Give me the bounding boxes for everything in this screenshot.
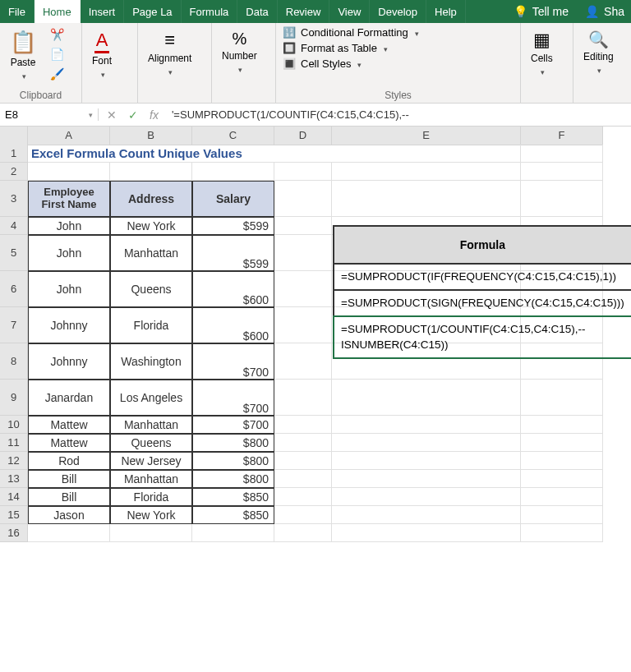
format-as-table-button[interactable]: 🔲Format as Table xyxy=(283,42,514,54)
empty-cell[interactable] xyxy=(274,307,332,343)
tab-developer[interactable]: Develop xyxy=(370,0,426,23)
empty-cell[interactable] xyxy=(274,380,332,416)
empty-cell[interactable] xyxy=(274,416,332,434)
row-header[interactable]: 8 xyxy=(0,343,28,380)
select-all-corner[interactable] xyxy=(0,127,28,145)
employee-name-cell[interactable]: Johnny xyxy=(28,343,110,380)
paste-button[interactable]: 📋 Paste xyxy=(7,26,39,85)
empty-cell[interactable] xyxy=(110,524,192,542)
salary-cell[interactable]: $600 xyxy=(192,271,274,307)
empty-cell[interactable] xyxy=(110,163,192,181)
empty-cell[interactable] xyxy=(332,488,521,506)
tab-data[interactable]: Data xyxy=(237,0,277,23)
employee-name-cell[interactable]: Bill xyxy=(28,488,110,506)
empty-cell[interactable] xyxy=(28,524,110,542)
address-cell[interactable]: Washington xyxy=(110,343,192,380)
empty-cell[interactable] xyxy=(521,452,603,470)
salary-cell[interactable]: $599 xyxy=(192,235,274,271)
fx-icon[interactable]: fx xyxy=(150,108,159,122)
empty-cell[interactable] xyxy=(274,452,332,470)
tab-insert[interactable]: Insert xyxy=(81,0,125,23)
row-header[interactable]: 3 xyxy=(0,181,28,217)
name-box-dropdown[interactable]: ▾ xyxy=(89,111,93,119)
empty-cell[interactable] xyxy=(332,524,521,542)
empty-cell[interactable] xyxy=(521,145,603,163)
row-header[interactable]: 7 xyxy=(0,307,28,343)
header-employee[interactable]: Employee First Name xyxy=(28,181,110,217)
number-dropdown[interactable] xyxy=(237,63,242,75)
salary-cell[interactable]: $600 xyxy=(192,307,274,343)
format-painter-button[interactable]: 🖌️ xyxy=(48,66,66,82)
empty-cell[interactable] xyxy=(274,235,332,271)
tab-file[interactable]: File xyxy=(0,0,35,23)
row-header[interactable]: 11 xyxy=(0,434,28,452)
salary-cell[interactable]: $700 xyxy=(192,416,274,434)
row-header[interactable]: 15 xyxy=(0,506,28,524)
cellstyles-dropdown[interactable] xyxy=(356,58,362,70)
employee-name-cell[interactable]: Bill xyxy=(28,470,110,488)
cells-dropdown[interactable] xyxy=(539,66,545,77)
row-header[interactable]: 14 xyxy=(0,488,28,506)
formula-cell[interactable]: =SUMPRODUCT(SIGN(FREQUENCY(C4:C15,C4:C15… xyxy=(334,290,631,316)
address-cell[interactable]: Los Angeles xyxy=(110,380,192,416)
address-cell[interactable]: Queens xyxy=(110,271,192,307)
empty-cell[interactable] xyxy=(332,145,521,163)
confirm-formula-icon[interactable]: ✓ xyxy=(128,108,138,122)
conditional-formatting-button[interactable]: 🔢Conditional Formatting xyxy=(283,26,514,39)
tab-review[interactable]: Review xyxy=(278,0,330,23)
row-header[interactable]: 12 xyxy=(0,452,28,470)
empty-cell[interactable] xyxy=(521,416,603,434)
cell-styles-button[interactable]: 🔳Cell Styles xyxy=(283,58,514,70)
alignment-group-button[interactable]: ≡Alignment xyxy=(145,26,195,81)
col-header[interactable]: F xyxy=(521,127,603,145)
col-header[interactable]: C xyxy=(192,127,274,145)
empty-cell[interactable] xyxy=(28,163,110,181)
empty-cell[interactable] xyxy=(332,163,521,181)
salary-cell[interactable]: $700 xyxy=(192,343,274,380)
empty-cell[interactable] xyxy=(521,488,603,506)
employee-name-cell[interactable]: Rod xyxy=(28,452,110,470)
alignment-dropdown[interactable] xyxy=(167,66,173,77)
employee-name-cell[interactable]: Janardan xyxy=(28,380,110,416)
number-group-button[interactable]: %Number xyxy=(219,26,260,78)
empty-cell[interactable] xyxy=(521,470,603,488)
salary-cell[interactable]: $599 xyxy=(192,217,274,235)
empty-cell[interactable] xyxy=(274,434,332,452)
empty-cell[interactable] xyxy=(192,524,274,542)
cut-button[interactable]: ✂️ xyxy=(48,26,66,43)
address-cell[interactable]: Florida xyxy=(110,488,192,506)
salary-cell[interactable]: $800 xyxy=(192,452,274,470)
tell-me-label[interactable]: Tell me xyxy=(532,5,569,18)
editing-dropdown[interactable] xyxy=(596,64,601,76)
col-header[interactable]: D xyxy=(274,127,332,145)
empty-cell[interactable] xyxy=(521,506,603,524)
tab-formulas[interactable]: Formula xyxy=(182,0,238,23)
empty-cell[interactable] xyxy=(332,380,521,416)
empty-cell[interactable] xyxy=(521,380,603,416)
address-cell[interactable]: Manhattan xyxy=(110,235,192,271)
empty-cell[interactable] xyxy=(192,163,274,181)
address-cell[interactable]: New York xyxy=(110,217,192,235)
empty-cell[interactable] xyxy=(274,217,332,235)
row-header[interactable]: 13 xyxy=(0,470,28,488)
employee-name-cell[interactable]: John xyxy=(28,271,110,307)
cells-group-button[interactable]: ▦Cells xyxy=(527,26,556,81)
address-cell[interactable]: Manhattan xyxy=(110,416,192,434)
empty-cell[interactable] xyxy=(521,181,603,217)
row-header[interactable]: 10 xyxy=(0,416,28,434)
paste-dropdown[interactable] xyxy=(21,70,26,81)
empty-cell[interactable] xyxy=(521,163,603,181)
row-header[interactable]: 16 xyxy=(0,524,28,542)
employee-name-cell[interactable]: John xyxy=(28,217,110,235)
row-header[interactable]: 2 xyxy=(0,163,28,181)
row-header[interactable]: 9 xyxy=(0,380,28,416)
formula-cell-selected[interactable]: =SUMPRODUCT(1/COUNTIF(C4:C15,C4:C15),--I… xyxy=(334,316,631,357)
share-label[interactable]: Sha xyxy=(604,5,624,18)
font-group-button[interactable]: AFont xyxy=(89,26,115,83)
salary-cell[interactable]: $700 xyxy=(192,380,274,416)
empty-cell[interactable] xyxy=(274,524,332,542)
salary-cell[interactable]: $850 xyxy=(192,488,274,506)
row-header[interactable]: 6 xyxy=(0,271,28,307)
tab-help[interactable]: Help xyxy=(426,0,466,23)
name-box[interactable]: E8▾ xyxy=(0,108,99,121)
